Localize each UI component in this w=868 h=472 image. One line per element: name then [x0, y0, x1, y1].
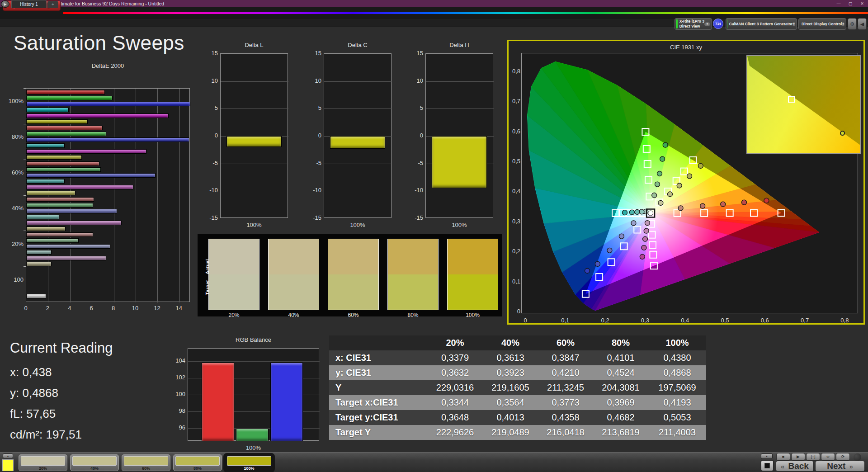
- cie-measured-point: [629, 210, 634, 215]
- cie-inset-target-square: [788, 96, 795, 103]
- actual-swatch: [388, 239, 438, 274]
- cie-y-tick: 0,3: [509, 218, 520, 225]
- display-control-selector[interactable]: Direct Display Control ▼: [798, 18, 846, 30]
- current-reading-line: cd/m²: 197,51: [10, 428, 82, 442]
- table-row-label: Y: [329, 380, 427, 395]
- rgb-balance-chart: RGB Balance1041021009896100%: [173, 334, 322, 452]
- chevron-left-icon: «: [781, 463, 784, 470]
- cie-measured-point: [668, 192, 673, 197]
- tab-history-1[interactable]: History 1: [11, 0, 47, 8]
- table-cell: 0,4682: [593, 410, 648, 425]
- meter-delay-badge[interactable]: 714: [713, 19, 723, 29]
- deltae-bar: [26, 108, 69, 112]
- table-header-cell: [329, 335, 427, 350]
- deltae-plot: [26, 88, 190, 302]
- maximize-button[interactable]: ▢: [844, 0, 856, 7]
- close-button[interactable]: ✕: [856, 0, 868, 7]
- back-button[interactable]: « Back: [776, 461, 814, 472]
- cie-measured-point: [660, 156, 665, 161]
- cie-x-tick: 0,6: [758, 317, 772, 324]
- table-row: y: CIE310,36320,39230,42100,45240,4868: [329, 365, 706, 380]
- actual-swatch: [269, 239, 319, 274]
- cie-y-tick: 0,6: [509, 128, 520, 135]
- table-cell: 229,0316: [427, 380, 483, 395]
- stop-icon: [764, 463, 770, 468]
- table-cell: 222,9626: [427, 425, 483, 440]
- deltae-bar: [26, 238, 79, 243]
- target-swatch: [388, 274, 438, 310]
- cie-x-tick: 0,2: [598, 317, 613, 324]
- swatch-40%: [268, 239, 319, 310]
- saturation-swatch-80%[interactable]: 80%: [173, 454, 222, 471]
- chevron-up-icon[interactable]: ▲: [3, 453, 13, 458]
- x-category-label: 100%: [324, 222, 392, 228]
- swatch-chip: [175, 456, 220, 466]
- deltae-bar: [26, 96, 113, 100]
- table-header-cell: 80%: [593, 335, 648, 350]
- cie-measured-point: [585, 269, 590, 274]
- table-cell: 0,3564: [483, 395, 538, 410]
- table-cell: 0,3969: [593, 395, 648, 410]
- cie-x-tick: 0,4: [678, 317, 692, 324]
- gridline: [324, 191, 392, 191]
- delta-l-chart: Delta L151050-5-10-15100%: [206, 42, 290, 233]
- cie-measured-point: [677, 183, 682, 188]
- deltae-bar: [26, 244, 110, 249]
- y-tick-label: 5: [206, 104, 218, 111]
- add-tab-button[interactable]: +: [47, 1, 58, 8]
- deltae-bar: [26, 173, 156, 178]
- table-header-row: 20%40%60%80%100%: [329, 335, 706, 350]
- x-category-label: 100%: [425, 222, 493, 228]
- step-button[interactable]: [–]: [806, 453, 820, 461]
- cie-measured-point: [742, 200, 747, 205]
- saturation-swatch-20%[interactable]: 20%: [19, 454, 67, 471]
- collapse-panel-icon[interactable]: ◀: [858, 18, 867, 30]
- cie-y-tick: 0: [509, 308, 520, 315]
- table-cell: 0,4868: [648, 365, 706, 380]
- delta-c-chart: Delta C151050-5-10-15100%: [309, 42, 393, 233]
- saturation-swatch-100%[interactable]: 100%: [225, 454, 274, 471]
- table-header-cell: 40%: [483, 335, 538, 350]
- next-button[interactable]: Next »: [815, 461, 865, 472]
- play-button[interactable]: ▶: [791, 453, 805, 461]
- group-label: 80%: [5, 133, 24, 140]
- cie-measured-point: [655, 182, 660, 187]
- swatch-60%: [328, 239, 379, 310]
- refresh-button[interactable]: ⟳: [836, 453, 850, 461]
- saturation-swatch-40%[interactable]: 40%: [70, 454, 119, 471]
- gridline: [188, 361, 320, 362]
- cie-x-tick: 0,8: [837, 317, 852, 324]
- actual-target-swatch-strip: ActualTarget20%40%60%80%100%: [198, 234, 502, 316]
- cie-title: CIE 1931 xy: [509, 44, 863, 51]
- meter-selector[interactable]: X-Rite i1Pro 3Direct View ▼: [675, 18, 712, 30]
- cie-measured-point: [678, 206, 683, 211]
- minimize-button[interactable]: —: [833, 0, 844, 7]
- actual-swatch: [448, 239, 498, 274]
- gear-icon[interactable]: ⚙: [848, 18, 857, 30]
- gridline: [426, 109, 494, 109]
- delta_h-plot: [425, 53, 493, 218]
- delta_c-title: Delta C: [324, 42, 392, 48]
- gridline: [92, 89, 92, 302]
- table-cell: 0,4380: [648, 350, 706, 365]
- chevron-up-icon[interactable]: ▲: [761, 453, 773, 459]
- pattern-generator-selector[interactable]: CalMAN Client 3 Pattern Generator ▼: [726, 18, 797, 30]
- saturation-swatch-60%[interactable]: 60%: [122, 454, 170, 471]
- stop-button[interactable]: ■: [776, 453, 790, 461]
- continuous-button[interactable]: ∞: [821, 453, 835, 461]
- cie-x-tick: 0,7: [797, 317, 812, 324]
- cie-y-tick: 0,1: [509, 278, 520, 285]
- stop-measure-button[interactable]: [760, 460, 774, 472]
- tab-scroll-button[interactable]: ▶: [1, 0, 9, 8]
- swatch-label: 60%: [328, 312, 379, 318]
- cie-measured-point: [700, 203, 705, 208]
- pattern-status-indicator: [727, 19, 727, 28]
- table-cell: 0,4193: [648, 395, 706, 410]
- deltae-bar: [26, 227, 66, 231]
- table-row: Target Y222,9626219,0489216,0418213,6819…: [329, 425, 706, 440]
- cie-measured-point: [652, 193, 657, 198]
- actual-swatch: [209, 239, 259, 274]
- cie-white-measured: [648, 211, 653, 216]
- x-tick-label: 0: [20, 305, 31, 312]
- y-tick-label: 15: [206, 50, 218, 57]
